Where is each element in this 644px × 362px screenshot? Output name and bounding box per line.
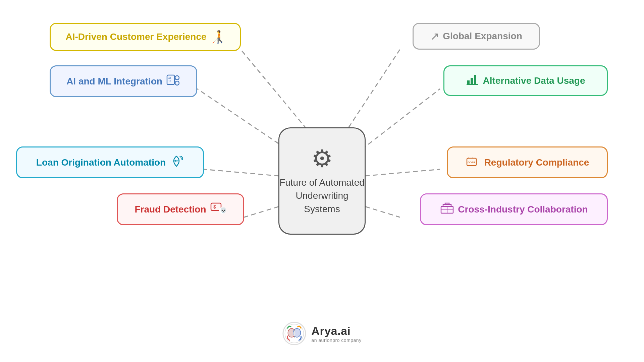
cross-label: Cross-Industry Collaboration — [458, 204, 588, 215]
bubble-alternative: Alternative Data Usage — [443, 65, 608, 96]
loan-label: Loan Origination Automation — [36, 157, 166, 168]
bubble-ai-ml: AI and ML Integration 01 10 — [50, 65, 197, 97]
svg-line-1 — [197, 89, 292, 153]
bubble-ai-customer: AI-Driven Customer Experience 🧑‍🦯 — [50, 23, 241, 51]
svg-text:GDPR: GDPR — [468, 161, 475, 164]
svg-text:💀: 💀 — [220, 207, 226, 214]
loan-icon: A — [169, 154, 184, 171]
svg-point-36 — [293, 331, 295, 336]
ai-customer-icon: 🧑‍🦯 — [210, 30, 225, 44]
fraud-label: Fraud Detection — [135, 204, 206, 215]
logo-text-area: Arya.ai an aurionpro company — [311, 324, 361, 343]
svg-rect-8 — [167, 75, 174, 84]
logo-subtitle: an aurionpro company — [311, 338, 361, 343]
bubble-regulatory: GDPR Regulatory Compliance — [447, 146, 608, 178]
ai-ml-label: AI and ML Integration — [66, 76, 162, 87]
svg-rect-22 — [471, 78, 473, 84]
cross-icon — [440, 200, 454, 218]
svg-line-6 — [365, 169, 440, 176]
center-gear-icon: ⚙ — [311, 146, 333, 171]
bubble-cross: Cross-Industry Collaboration — [420, 193, 608, 225]
alternative-icon — [466, 72, 479, 89]
svg-point-11 — [175, 76, 179, 80]
logo-circle — [282, 322, 306, 345]
svg-text:01: 01 — [168, 77, 171, 80]
svg-line-5 — [356, 89, 440, 154]
bubble-fraud: Fraud Detection $ 💀 — [117, 193, 244, 225]
center-title: Future of Automated Underwriting Systems — [279, 176, 365, 216]
svg-line-2 — [204, 169, 279, 176]
bubble-loan: Loan Origination Automation A — [16, 146, 204, 178]
svg-rect-23 — [474, 75, 476, 84]
regulatory-label: Regulatory Compliance — [484, 157, 589, 168]
global-icon: ↗ — [430, 30, 439, 43]
regulatory-icon: GDPR — [466, 154, 481, 171]
global-label: Global Expansion — [443, 31, 522, 42]
svg-rect-21 — [467, 80, 470, 84]
ai-ml-icon: 01 10 — [166, 72, 180, 90]
alternative-label: Alternative Data Usage — [483, 75, 585, 86]
fraud-icon: $ 💀 — [210, 200, 226, 218]
svg-text:10: 10 — [168, 80, 171, 83]
svg-text:A: A — [174, 160, 177, 163]
logo-area: Arya.ai an aurionpro company — [282, 322, 361, 345]
logo-name: Arya.ai — [311, 324, 361, 338]
bubble-global: ↗ Global Expansion — [413, 23, 540, 50]
diagram-container: ⚙ Future of Automated Underwriting Syste… — [0, 0, 644, 362]
svg-text:$: $ — [213, 204, 216, 209]
center-node: ⚙ Future of Automated Underwriting Syste… — [278, 127, 366, 235]
ai-customer-label: AI-Driven Customer Experience — [65, 32, 206, 42]
svg-point-13 — [175, 81, 179, 85]
